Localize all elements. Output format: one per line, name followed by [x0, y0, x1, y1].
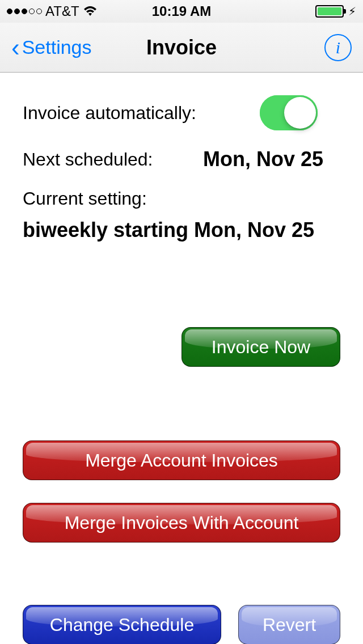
chevron-left-icon: ‹ — [11, 35, 20, 60]
status-time: 10:19 AM — [152, 3, 211, 19]
carrier-label: AT&T — [45, 3, 79, 19]
info-icon: i — [336, 38, 340, 57]
button-label: Invoice Now — [212, 337, 310, 358]
merge-account-invoices-button[interactable]: Merge Account Invoices — [23, 440, 340, 480]
button-label: Merge Invoices With Account — [65, 512, 299, 533]
auto-invoice-toggle[interactable] — [260, 95, 318, 130]
page-title: Invoice — [146, 36, 217, 60]
next-scheduled-label: Next scheduled: — [23, 149, 153, 170]
revert-button[interactable]: Revert — [238, 605, 340, 644]
charging-icon: ⚡︎ — [348, 5, 356, 18]
nav-bar: ‹ Settings Invoice i — [0, 23, 363, 73]
back-button[interactable]: ‹ Settings — [11, 35, 92, 60]
toggle-knob — [284, 97, 316, 129]
button-label: Merge Account Invoices — [85, 450, 278, 471]
wifi-icon — [83, 6, 98, 17]
next-scheduled-value: Mon, Nov 25 — [203, 147, 340, 171]
button-label: Revert — [263, 615, 316, 635]
button-label: Change Schedule — [50, 615, 194, 635]
auto-invoice-label: Invoice automatically: — [23, 103, 196, 124]
schedule-value: biweekly starting Mon, Nov 25 — [23, 218, 340, 242]
info-button[interactable]: i — [324, 34, 352, 61]
current-setting-label: Current setting: — [23, 188, 147, 209]
invoice-now-button[interactable]: Invoice Now — [182, 327, 340, 367]
status-bar: AT&T 10:19 AM ⚡︎ — [0, 0, 363, 23]
battery-icon — [315, 5, 344, 18]
signal-strength-icon — [7, 9, 42, 14]
change-schedule-button[interactable]: Change Schedule — [23, 605, 221, 644]
merge-invoices-with-account-button[interactable]: Merge Invoices With Account — [23, 503, 340, 543]
back-label: Settings — [22, 36, 92, 58]
